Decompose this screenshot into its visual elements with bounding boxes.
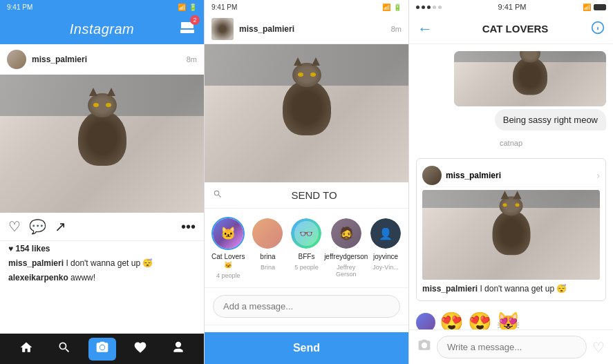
shared-caption-text: I don't wanna get up 😴 (480, 284, 567, 294)
share-time-post: 8m (391, 25, 402, 33)
chat-input-row: ♡ (409, 329, 613, 364)
caption-username[interactable]: miss_palmieri (8, 258, 64, 268)
info-button[interactable] (591, 21, 605, 37)
post-avatar (7, 50, 26, 69)
battery-icon: 🔋 (189, 3, 197, 11)
contact-sub-brina: Brina (261, 264, 275, 271)
back-button[interactable]: ← (417, 20, 433, 38)
caption-text: I don't wanna get up 😴 (66, 258, 153, 268)
nav-search[interactable] (50, 341, 78, 358)
contact-avatar-catlovers: 🐱 (211, 217, 245, 250)
contact-avatar-joy: 👤 (369, 217, 402, 250)
feed-header: Instagram 2 (0, 14, 204, 44)
feed-status-icons: 📶 🔋 (178, 3, 197, 11)
chat-signal-dots (416, 6, 442, 9)
inbox-icon[interactable]: 2 (179, 19, 196, 39)
comment-username[interactable]: alexeikarpenko (8, 273, 68, 282)
nav-camera[interactable] (88, 338, 116, 361)
chat-title: CAT LOVERS (440, 23, 591, 35)
like-icon[interactable]: ♡ (8, 218, 21, 235)
message-input-row (205, 288, 408, 325)
contact-bffs[interactable]: 👓 BFFs 5 people (289, 217, 323, 279)
send-to-label: SEND TO (228, 189, 400, 201)
more-icon[interactable]: ••• (181, 219, 196, 235)
emoji-3: 😻 (496, 311, 520, 329)
emoji-1: 😍 (440, 311, 464, 329)
chat-input[interactable] (437, 336, 587, 358)
message-input[interactable] (213, 295, 400, 318)
cat-thumbnail-message: Being sassy right meow (416, 51, 606, 131)
cat-illustration (78, 111, 126, 166)
contact-brina[interactable]: brina Brina (250, 217, 285, 279)
shared-caption-user: miss_palmieri (422, 284, 478, 294)
contact-name-joy: joyvince (373, 253, 398, 261)
emoji-row: 😍 😍 😻 (440, 307, 520, 329)
contact-avatar-jeffrey: 🧔 (330, 217, 363, 250)
emoji-user-avatar (416, 313, 435, 330)
likes-heart: ♥ (8, 244, 15, 253)
feed-time: 9:41 PM (7, 3, 32, 11)
section-label: catnap (416, 136, 606, 150)
emoji-2: 😍 (468, 311, 492, 329)
comment-icon[interactable]: 💬 (29, 218, 46, 235)
share-wifi: 📶 (382, 3, 390, 11)
search-icon[interactable] (213, 189, 223, 201)
contact-name-catlovers: Cat Lovers 🐱 (210, 253, 246, 269)
post-caption: miss_palmieri I don't wanna get up 😴 (0, 256, 204, 272)
share-username: miss_palmieri (239, 24, 386, 34)
contact-avatar-brina (251, 217, 284, 250)
shared-post-image (422, 190, 600, 280)
wifi-icon: 📶 (178, 3, 186, 11)
chat-status-bar: 9:41 PM 📶 (409, 0, 613, 14)
camera-icon[interactable] (417, 338, 431, 356)
post-image (0, 75, 204, 213)
shared-post-header: miss_palmieri › (422, 164, 600, 187)
chat-header: ← CAT LOVERS (409, 14, 613, 44)
share-icon[interactable]: ↗ (55, 218, 66, 235)
shared-post[interactable]: miss_palmieri › (416, 158, 606, 301)
shared-post-caption: miss_palmieri I don't wanna get up 😴 (422, 282, 600, 295)
post-actions: ♡ 💬 ↗ ••• (0, 213, 204, 241)
shared-post-username: miss_palmieri (446, 171, 592, 180)
post-header: miss_palmieri 8m (0, 44, 204, 75)
share-post-image (205, 44, 408, 182)
contact-catlovers[interactable]: 🐱 Cat Lovers 🐱 4 people (210, 217, 246, 279)
comment-line: alexeikarpenko awww! (0, 272, 204, 283)
nav-home[interactable] (12, 341, 40, 358)
share-status-icons: 📶 🔋 (382, 3, 402, 11)
chat-status-icons: 📶 (583, 3, 606, 11)
svg-point-0 (100, 345, 104, 349)
share-panel: 9:41 PM 📶 🔋 miss_palmieri 8m (205, 0, 409, 364)
contact-sub-catlovers: 4 people (216, 272, 241, 279)
contact-avatar-bffs: 👓 (290, 217, 323, 250)
post-time: 8m (187, 55, 197, 64)
shared-post-avatar (422, 166, 442, 185)
contact-sub-joy: Joy-Vin... (372, 264, 398, 271)
share-time: 9:41 PM (211, 3, 237, 11)
comment-text: awww! (70, 273, 95, 282)
send-button[interactable]: Send (205, 332, 408, 364)
nav-profile[interactable] (164, 341, 192, 358)
contact-jeffrey[interactable]: 🧔 jeffreydgerson Jeffrey Gerson (328, 217, 364, 279)
contact-name-jeffrey: jeffreydgerson (324, 253, 368, 261)
feed-status-bar: 9:41 PM 📶 🔋 (0, 0, 204, 14)
send-button-label: Send (293, 342, 320, 354)
heart-icon[interactable]: ♡ (592, 339, 605, 356)
chat-messages: Being sassy right meow catnap miss_palmi… (409, 44, 613, 329)
emoji-response-row: 😍 😍 😻 (416, 307, 606, 329)
chevron-right-icon: › (596, 170, 600, 181)
nav-heart[interactable] (126, 341, 154, 358)
contact-joy[interactable]: 👤 joyvince Joy-Vin... (368, 217, 403, 279)
bottom-nav (0, 334, 204, 364)
notification-badge: 2 (190, 15, 200, 25)
feed-panel: 9:41 PM 📶 🔋 Instagram 2 miss_palmieri 8m (0, 0, 205, 364)
chat-wifi: 📶 (583, 3, 591, 11)
chat-time: 9:41 PM (498, 3, 527, 11)
message-bubble: Being sassy right meow (495, 109, 606, 131)
contacts-row: 🐱 Cat Lovers 🐱 4 people brina Brina 👓 BF… (205, 209, 408, 288)
share-thumb (211, 18, 234, 40)
contact-sub-bffs: 5 people (294, 264, 319, 271)
post-likes: ♥ 154 likes (0, 241, 204, 256)
post-username[interactable]: miss_palmieri (32, 55, 181, 64)
share-battery: 🔋 (393, 3, 402, 11)
